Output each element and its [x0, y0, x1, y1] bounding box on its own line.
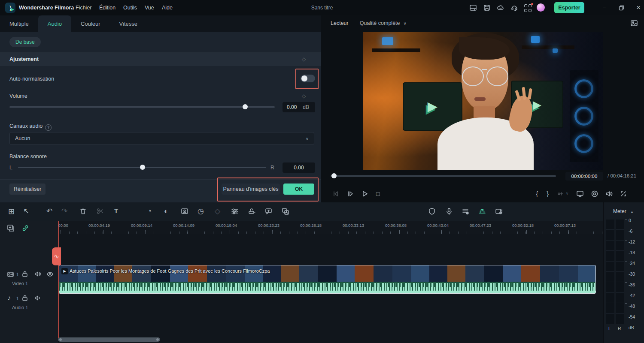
total-time: / 00:04:16:21 — [608, 173, 636, 178]
meter-collapse-icon: ▲ — [630, 210, 634, 214]
quality-dropdown[interactable]: Qualité complète — [360, 20, 400, 26]
playhead-line[interactable] — [58, 221, 59, 338]
menu-outils[interactable]: Outils — [123, 0, 137, 15]
speaker-icon[interactable] — [605, 190, 613, 198]
marker-icon[interactable] — [478, 208, 486, 215]
menu-aide[interactable]: Aide — [162, 0, 173, 15]
add-track-icon[interactable] — [7, 224, 15, 232]
tab-audio[interactable]: Audio — [38, 15, 71, 32]
apps-grid-icon[interactable] — [524, 4, 532, 12]
audio-ducking-icon[interactable] — [248, 208, 256, 215]
ruler-tick: 00:00:23:23 — [258, 223, 279, 228]
lock-icon[interactable] — [21, 271, 28, 277]
lock-icon[interactable] — [21, 295, 28, 301]
audio-channels-dropdown[interactable]: Aucun ∨ — [9, 132, 314, 145]
delete-icon[interactable] — [79, 208, 87, 215]
keyframe-tool-icon[interactable]: ◇ — [215, 208, 220, 215]
account-avatar[interactable] — [537, 3, 545, 12]
meter-scale-label: -12 — [629, 239, 635, 244]
link-icon[interactable] — [21, 224, 29, 232]
mark-out-icon[interactable]: } — [547, 191, 549, 197]
meter-title[interactable]: Meter ▲ — [613, 208, 634, 214]
shield-icon[interactable] — [428, 208, 436, 215]
translate-icon[interactable] — [282, 208, 289, 215]
adjust-icon[interactable] — [231, 208, 239, 215]
reset-button[interactable]: Réinitialiser — [9, 184, 46, 195]
fullscreen-icon[interactable] — [620, 190, 627, 197]
player-scrubber-knob[interactable] — [331, 173, 337, 178]
menu-edition[interactable]: Édition — [99, 0, 115, 15]
cloud-icon[interactable] — [497, 4, 504, 12]
display-icon[interactable] — [576, 190, 584, 198]
preview-clip-icon[interactable] — [495, 208, 503, 215]
volume-value-box[interactable]: 0.00 dB — [283, 102, 315, 112]
ok-button[interactable]: OK — [283, 184, 314, 195]
volume-value: 0.00 — [287, 104, 297, 110]
speed-icon[interactable]: ◔ — [147, 208, 152, 215]
color-icon[interactable]: ◐ — [164, 208, 168, 215]
auto-normalize-toggle[interactable] — [301, 75, 315, 82]
close-button[interactable]: × — [632, 0, 644, 15]
snapshot-icon[interactable] — [591, 190, 598, 198]
voiceover-mic-icon[interactable] — [445, 208, 453, 215]
meter-scale-label: -42 — [629, 293, 635, 298]
export-button[interactable]: Esporter — [554, 2, 584, 13]
timeline-ruler[interactable]: 00:00 00:00:04:19 00:00:09:14 00:00:14:0… — [58, 221, 603, 234]
keyframe-panel-button[interactable]: Panneau d'images clés — [222, 184, 280, 195]
render-marker-chevron-icon[interactable]: ∨ — [566, 192, 569, 196]
render-marker-icon[interactable] — [557, 190, 564, 197]
balance-value-box[interactable]: 0.00 — [283, 162, 315, 173]
quality-chevron-icon[interactable]: ∨ — [404, 21, 407, 26]
select-tool-icon[interactable]: ↖ — [23, 208, 29, 215]
volume-slider[interactable] — [9, 106, 275, 108]
split-scissors-icon[interactable] — [97, 208, 104, 215]
track-speaker-icon[interactable] — [34, 295, 41, 301]
redo-icon[interactable]: ↷ — [61, 208, 67, 215]
preview-settings-icon[interactable] — [630, 19, 638, 27]
balance-label: Balance sonore — [9, 153, 47, 159]
tab-vitesse[interactable]: Vitesse — [110, 15, 147, 32]
previous-frame-icon[interactable] — [332, 190, 339, 197]
support-headset-icon[interactable] — [510, 4, 518, 12]
video-track-label: Video 1 — [12, 281, 28, 286]
text-tool-icon[interactable]: T — [114, 208, 118, 214]
tab-couleur[interactable]: Couleur — [71, 15, 110, 32]
player-scrubber[interactable] — [331, 175, 556, 177]
track-speaker-icon[interactable] — [34, 271, 41, 277]
preset-badge-de-base[interactable]: De base — [9, 37, 41, 47]
video-preview[interactable]: ▶ ▶ — [363, 32, 603, 170]
undo-icon[interactable]: ↶ — [46, 208, 52, 215]
chevron-down-icon: ∨ — [306, 136, 309, 141]
timeline-hscrollbar[interactable] — [58, 337, 160, 342]
play-icon[interactable] — [361, 190, 368, 197]
restore-button[interactable] — [615, 0, 628, 15]
timer-icon[interactable]: ◷ — [197, 208, 204, 215]
playhead-marker[interactable]: ∿ — [52, 247, 61, 265]
meter-scale-label: 0 — [629, 218, 631, 223]
mark-in-icon[interactable]: { — [536, 191, 538, 197]
render-preview-icon[interactable] — [462, 208, 469, 215]
eye-icon[interactable] — [46, 271, 54, 278]
clip-play-icon: ▶ — [61, 268, 68, 274]
restore-icon — [619, 5, 624, 11]
speech-to-text-icon[interactable] — [265, 208, 273, 215]
info-icon[interactable]: ? — [45, 124, 52, 131]
audio-track-label: Audio 1 — [12, 305, 28, 310]
volume-slider-knob[interactable] — [243, 104, 248, 109]
layout-icon[interactable] — [469, 4, 477, 12]
menu-vue[interactable]: Vue — [145, 0, 154, 15]
menu-fichier[interactable]: Fichier — [76, 0, 92, 15]
media-browser-icon[interactable]: ⊞ — [8, 208, 15, 215]
tab-multiple[interactable]: Multiple — [0, 15, 38, 32]
video-clip[interactable]: ▶ Astuces Palesoirts Poor les Montages d… — [59, 265, 596, 294]
balance-slider-knob[interactable] — [140, 165, 145, 170]
save-icon[interactable] — [483, 4, 491, 12]
mask-icon[interactable] — [181, 208, 188, 215]
next-frame-icon[interactable] — [347, 190, 354, 197]
balance-slider[interactable] — [18, 167, 266, 168]
keyframe-diamond-icon[interactable]: ◇ — [302, 56, 306, 62]
minimize-button[interactable]: − — [598, 0, 611, 15]
stop-icon[interactable]: □ — [376, 191, 380, 197]
volume-keyframe-icon[interactable]: ◇ — [302, 93, 306, 99]
meter-scale-label: -30 — [629, 271, 635, 277]
